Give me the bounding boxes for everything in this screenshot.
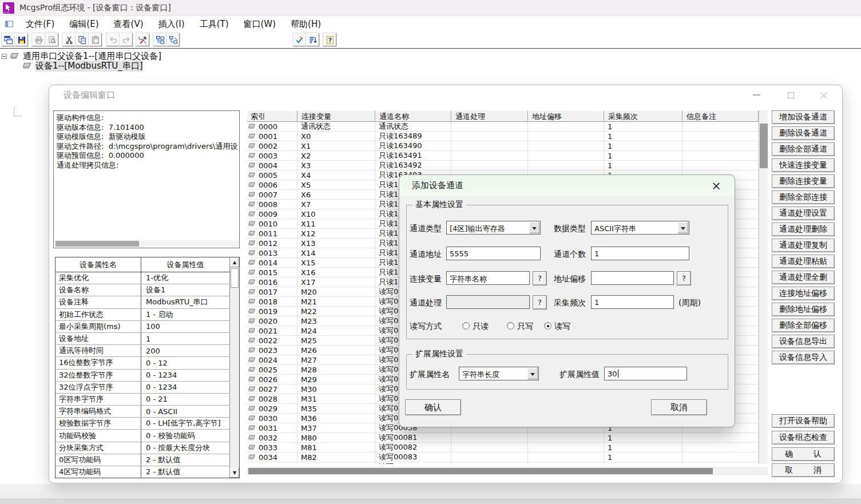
menu-view[interactable]: 查看(V)	[106, 17, 151, 31]
side-button-14[interactable]: 设备信息导出	[772, 335, 835, 348]
side-button-1[interactable]: 删除设备通道	[772, 126, 835, 140]
property-row[interactable]: 初始工作状态1 - 启动	[55, 309, 229, 321]
scroll-down-button[interactable]: ▼	[230, 468, 239, 478]
undo-button[interactable]	[106, 33, 120, 46]
open-device-help-button[interactable]: 打开设备帮助	[772, 414, 835, 428]
channel-process-input[interactable]	[446, 295, 530, 309]
address-offset-input[interactable]	[591, 271, 674, 285]
channel-row[interactable]: 0004X3只读1634921	[247, 161, 759, 170]
property-row[interactable]: 设备地址1	[55, 333, 229, 345]
dialog-cancel-button[interactable]: 取消	[651, 399, 707, 415]
property-row[interactable]: 通讯等待时间200	[55, 345, 229, 357]
property-row[interactable]: 0区写功能码2 - 默认值	[55, 454, 229, 466]
property-row[interactable]: 设备注释ModbusRTU_串口	[55, 296, 229, 308]
address-offset-help-button[interactable]: ?	[677, 271, 691, 285]
print-preview-button[interactable]	[45, 33, 58, 46]
dialog-ok-button[interactable]: 确认	[405, 399, 461, 415]
maximize-button[interactable]	[784, 89, 797, 101]
channel-count-input[interactable]: 1	[591, 247, 689, 260]
chevron-down-icon[interactable]	[529, 222, 539, 233]
property-row[interactable]: 32位浮点字节序0 - 1234	[55, 382, 229, 394]
menu-insert[interactable]: 插入(I)	[151, 17, 192, 31]
ext-value-input[interactable]: 30	[604, 367, 687, 380]
syntax-check-button[interactable]	[293, 33, 306, 46]
side-button-10[interactable]: 通道处理全删	[772, 271, 835, 284]
save-button[interactable]	[15, 33, 28, 46]
link-variable-help-button[interactable]: ?	[533, 271, 547, 285]
side-button-8[interactable]: 通道处理复制	[772, 239, 835, 252]
channel-row[interactable]: 0001X0只读1634891	[247, 132, 759, 141]
menu-file[interactable]: 文件(F)	[18, 17, 62, 31]
property-row[interactable]: 校验数据字节序0 - LH[低字节,高字节]	[55, 418, 229, 430]
scroll-thumb[interactable]	[231, 268, 239, 288]
print-button[interactable]	[32, 33, 45, 46]
device-window-1-button[interactable]	[153, 33, 166, 46]
dialog-titlebar[interactable]: 添加设备通道	[399, 175, 735, 196]
channel-row[interactable]: 0003X2只读1634911	[247, 151, 759, 161]
scroll-up-button[interactable]: ▲	[230, 257, 239, 267]
property-row[interactable]: 分块采集方式0 - 按最大长度分块	[55, 442, 229, 454]
channel-row[interactable]: 0000通讯状态通讯状态1	[247, 122, 759, 132]
new-window-button[interactable]	[2, 33, 15, 46]
cut-button[interactable]	[62, 33, 76, 46]
help-button[interactable]: ?	[323, 33, 336, 46]
menu-window[interactable]: 窗口(W)	[236, 17, 284, 31]
property-row[interactable]: 16位整数字节序0 - 12	[55, 357, 229, 369]
device-config-check-button[interactable]: 设备组态检查	[772, 431, 835, 445]
tree-collapse-icon[interactable]	[2, 54, 7, 59]
property-row[interactable]: 最小采集周期(ms)100	[55, 321, 229, 333]
dialog-close-icon[interactable]: ×	[709, 179, 723, 193]
redo-button[interactable]	[120, 33, 133, 46]
side-button-4[interactable]: 删除连接变量	[772, 174, 835, 188]
side-button-11[interactable]: 连接地址偏移	[772, 287, 835, 300]
side-button-15[interactable]: 设备信息导入	[772, 351, 835, 364]
channel-row[interactable]: 0035M83读写000841	[247, 462, 759, 464]
channel-process-help-button[interactable]: ?	[533, 295, 547, 309]
tree-item-device1[interactable]: 设备1--[ModbusRTU_串口]	[22, 61, 143, 71]
copy-button[interactable]	[76, 33, 89, 46]
rw-radio-writeonly[interactable]	[507, 322, 514, 330]
data-type-select[interactable]: ASCII字符串	[591, 221, 689, 235]
ext-name-select[interactable]: 字符串长度	[459, 367, 539, 380]
rw-radio-readonly[interactable]	[462, 322, 470, 330]
scroll-thumb[interactable]	[760, 124, 768, 168]
tree-item-parent-device[interactable]: 通用串口父设备1--[通用串口父设备]	[2, 51, 161, 61]
sort-list-button[interactable]	[306, 33, 319, 46]
rw-radio-readwrite-label[interactable]: 读写	[554, 322, 570, 332]
channel-row[interactable]: 0034M82读写000831	[247, 453, 759, 462]
property-row[interactable]: 采集优化1-优化	[55, 272, 229, 284]
side-button-7[interactable]: 通道处理删除	[772, 223, 835, 236]
side-button-5[interactable]: 删除全部连接	[772, 191, 835, 204]
minimize-button[interactable]	[750, 89, 763, 101]
side-button-13[interactable]: 删除全部偏移	[772, 319, 835, 332]
side-button-9[interactable]: 通道处理粘贴	[772, 255, 835, 268]
device-window-2-button[interactable]	[166, 33, 180, 46]
link-variable-input[interactable]: 字符串名称	[446, 271, 530, 285]
chevron-down-icon[interactable]	[527, 368, 538, 379]
menu-help[interactable]: 帮助(H)	[283, 17, 328, 31]
close-button[interactable]: ×	[818, 89, 830, 101]
property-row[interactable]: 字符串编码格式0 - ASCII	[55, 406, 229, 418]
paste-button[interactable]	[89, 33, 102, 46]
scroll-thumb[interactable]	[248, 468, 713, 474]
channel-address-input[interactable]: 5555	[446, 247, 541, 260]
channel-row[interactable]: 0033M81读写000821	[247, 443, 759, 453]
side-button-3[interactable]: 快速连接变量	[772, 158, 835, 172]
property-row[interactable]: 功能码校验0 - 校验功能码	[55, 430, 229, 442]
menu-edit[interactable]: 编辑(E)	[62, 17, 106, 31]
rw-radio-readonly-label[interactable]: 只读	[473, 322, 489, 332]
scroll-thumb[interactable]	[55, 241, 139, 247]
rw-radio-readwrite[interactable]	[544, 322, 551, 330]
tools-button[interactable]	[136, 33, 149, 46]
side-button-2[interactable]: 删除全部通道	[772, 142, 835, 156]
menu-tools[interactable]: 工具(T)	[192, 17, 236, 31]
collect-freq-input[interactable]: 1	[591, 295, 674, 309]
channel-row[interactable]: 0032M80读写000811	[247, 433, 759, 443]
chevron-down-icon[interactable]	[678, 222, 688, 233]
property-row[interactable]: 4区写功能码2 - 默认值	[55, 466, 229, 478]
confirm-button[interactable]: 确 认	[772, 447, 835, 461]
channel-type-select[interactable]: [4区]输出寄存器	[446, 221, 541, 235]
property-row[interactable]: 32位整数字节序0 - 1234	[55, 370, 229, 382]
property-row[interactable]: 设备名称设备1	[55, 284, 229, 296]
rw-radio-writeonly-label[interactable]: 只写	[517, 322, 533, 332]
